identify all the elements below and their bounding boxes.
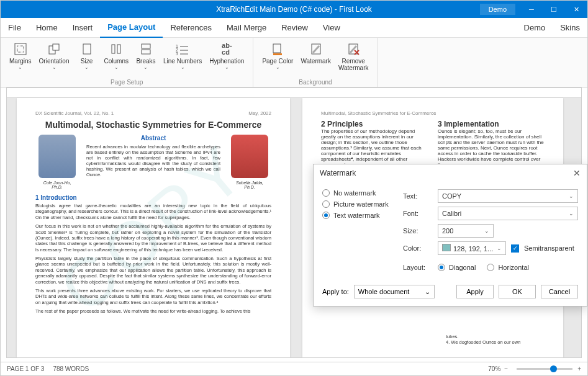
svg-rect-8 <box>142 50 150 54</box>
ribbon-group-label: Page Setup <box>6 78 248 86</box>
author-2-photo <box>231 135 268 178</box>
svg-rect-0 <box>15 43 26 55</box>
tab-insert[interactable]: Insert <box>65 18 101 38</box>
body-text: 4. We dogfooded Ounce on our own <box>446 339 545 345</box>
author-2: Sobella Jaida, Ph.D. <box>228 135 271 189</box>
radio-horizontal[interactable]: Horizontal <box>487 264 529 271</box>
columns-button[interactable]: Columns⌄ <box>101 40 132 78</box>
dialog-title: Watermark <box>320 169 356 177</box>
abstract-heading: Abstract <box>86 135 220 141</box>
page-2-header: Multimodal, Stochastic Symmetries for E-… <box>321 110 545 116</box>
zoom-in-button[interactable]: + <box>577 365 581 372</box>
journal-date: May, 2022 <box>248 110 271 116</box>
size-icon <box>79 42 94 56</box>
journal-name: DX Scientific Journal, Vol. 22, No. 1 <box>35 110 114 116</box>
demo-button[interactable]: Demo <box>480 4 515 15</box>
tab-demo[interactable]: Demo <box>517 18 553 38</box>
watermark-dialog: Watermark ✕ No watermark Picture waterma… <box>313 164 587 307</box>
watermark-button[interactable]: Watermark <box>297 40 335 78</box>
tab-skins[interactable]: Skins <box>553 18 587 38</box>
margins-icon <box>13 42 28 56</box>
dialog-close-button[interactable]: ✕ <box>573 168 581 178</box>
page-color-icon <box>270 42 285 56</box>
status-bar: PAGE 1 OF 3 788 WORDS 70% − + <box>1 362 587 375</box>
ribbon-group-background: Page Color⌄ Watermark Remove Watermark B… <box>253 38 378 87</box>
page-indicator[interactable]: PAGE 1 OF 3 <box>7 365 44 372</box>
ribbon-group-label: Background <box>258 78 372 86</box>
hyphenation-button[interactable]: ab-cdHyphenation⌄ <box>206 40 248 78</box>
svg-line-18 <box>313 46 319 53</box>
paper-title: Multimodal, Stochastic Symmetries for E-… <box>35 120 271 130</box>
apply-button[interactable]: Apply <box>456 285 494 298</box>
minimize-button[interactable]: ─ <box>520 1 543 18</box>
zoom-slider[interactable] <box>517 368 572 370</box>
tab-file[interactable]: File <box>1 18 29 38</box>
radio-text-watermark[interactable]: Text watermark <box>322 212 403 219</box>
svg-rect-4 <box>83 44 91 54</box>
zoom-out-button[interactable]: − <box>504 365 508 372</box>
svg-rect-6 <box>117 45 120 53</box>
word-count[interactable]: 788 WORDS <box>53 365 89 372</box>
body-text: This work presents three advances above … <box>35 288 271 305</box>
maximize-button[interactable]: ☐ <box>543 1 565 18</box>
size-button[interactable]: Size⌄ <box>73 40 101 78</box>
line-numbers-icon: 123 <box>175 42 190 56</box>
body-text: The properties of our methodology depend… <box>321 128 428 168</box>
svg-rect-5 <box>112 45 115 53</box>
radio-picture-watermark[interactable]: Picture watermark <box>322 200 403 208</box>
watermark-icon <box>309 42 323 56</box>
ok-button[interactable]: OK <box>499 285 536 298</box>
radio-diagonal[interactable]: Diagonal <box>438 264 476 271</box>
watermark-font-combo[interactable]: Calibri⌄ <box>438 207 578 220</box>
tab-page-layout[interactable]: Page Layout <box>100 18 163 38</box>
line-numbers-button[interactable]: 123Line Numbers⌄ <box>160 40 206 78</box>
body-text: Biologists agree that game-theoretic mod… <box>35 203 271 220</box>
tab-mail-merge[interactable]: Mail Merge <box>219 18 274 38</box>
zoom-value: 70% <box>488 365 500 372</box>
ribbon: Margins⌄ Orientation⌄ Size⌄ Columns⌄ Bre… <box>1 38 587 87</box>
abstract-text: Recent advances in modular technology an… <box>86 144 220 177</box>
tab-home[interactable]: Home <box>29 18 65 38</box>
tab-references[interactable]: References <box>163 18 219 38</box>
horizontal-ruler[interactable] <box>7 88 581 98</box>
ribbon-tabs: File Home Insert Page Layout References … <box>1 18 587 38</box>
ribbon-group-page-setup: Margins⌄ Orientation⌄ Size⌄ Columns⌄ Bre… <box>1 38 253 87</box>
orientation-icon <box>47 42 61 56</box>
svg-text:3: 3 <box>176 51 178 55</box>
apply-to-combo[interactable]: Whole document⌄ <box>354 285 435 298</box>
margins-button[interactable]: Margins⌄ <box>6 40 35 78</box>
svg-rect-1 <box>17 46 24 52</box>
page-1[interactable]: COPY DX Scientific Journal, Vol. 22, No.… <box>17 98 290 357</box>
heading-introduction: 1 Introduction <box>35 194 271 201</box>
body-text: Physicists largely study the partition t… <box>35 256 271 285</box>
page-color-button[interactable]: Page Color⌄ <box>258 40 297 78</box>
body-text: Our focus in this work is not on whether… <box>35 223 271 253</box>
svg-rect-16 <box>273 53 282 55</box>
breaks-icon <box>138 42 153 56</box>
svg-rect-15 <box>273 44 281 53</box>
author-1: Cole Joon-Ho, Ph.D. <box>35 135 79 189</box>
svg-rect-3 <box>53 44 59 50</box>
heading-implementation: 3 Implementation <box>438 120 545 128</box>
author-1-photo <box>38 135 76 178</box>
orientation-button[interactable]: Orientation⌄ <box>35 40 73 78</box>
hyphenation-icon: ab-cd <box>219 42 234 56</box>
columns-icon <box>109 42 124 56</box>
window-title: XtraRichEdit Main Demo (C# code) - First… <box>216 5 372 14</box>
close-button[interactable]: ✕ <box>565 1 587 18</box>
breaks-button[interactable]: Breaks⌄ <box>132 40 160 78</box>
heading-principles: 2 Principles <box>321 120 428 128</box>
tab-review[interactable]: Review <box>274 18 315 38</box>
titlebar: XtraRichEdit Main Demo (C# code) - First… <box>1 1 587 18</box>
remove-watermark-icon <box>346 42 361 56</box>
svg-rect-7 <box>142 44 150 48</box>
remove-watermark-button[interactable]: Remove Watermark <box>335 40 373 78</box>
watermark-color-combo[interactable]: 128, 192, 1...⌄ <box>438 241 506 255</box>
body-text: The rest of the paper proceeds as follow… <box>35 308 271 314</box>
radio-no-watermark[interactable]: No watermark <box>322 189 403 197</box>
watermark-size-combo[interactable]: 200⌄ <box>438 224 494 238</box>
watermark-text-combo[interactable]: COPY⌄ <box>438 189 578 203</box>
tab-view[interactable]: View <box>315 18 348 38</box>
cancel-button[interactable]: Cancel <box>541 285 578 298</box>
semitransparent-checkbox[interactable]: ✓ <box>511 244 519 253</box>
